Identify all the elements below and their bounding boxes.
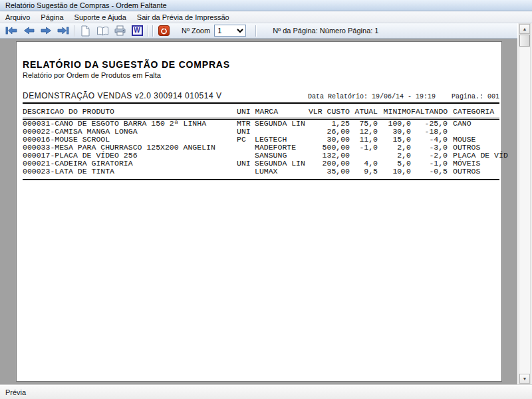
toolbar-separator (74, 25, 74, 37)
cell-uni: UNI (237, 160, 255, 168)
company-name: DEMONSTRAÇÃO VENDAS v2.0 300914 010514 V (23, 91, 221, 100)
first-page-button[interactable] (3, 24, 20, 37)
scrollbar-track[interactable]: ▲ ▼ (519, 23, 531, 384)
col-faltando: FALTANDO (411, 107, 448, 119)
next-page-icon (41, 27, 52, 35)
menu-sair-da-previa[interactable]: Sair da Prévia de Impressão (132, 12, 235, 23)
single-page-view-button[interactable] (76, 24, 94, 37)
toolbar-separator (255, 25, 256, 37)
toolbar-separator (148, 25, 148, 37)
window-title: Relatório Sugestão de Compras - Ordem Fa… (5, 1, 167, 9)
vertical-scrollbar[interactable]: ▲ ▼ (517, 23, 532, 384)
cell-faltando: -25,0 (411, 119, 448, 128)
report-subtitle: Relatório por Ordem de Produtos em Falta (23, 71, 501, 80)
cell-uni: PC (237, 136, 255, 144)
report-header-row: DEMONSTRAÇÃO VENDAS v2.0 300914 010514 V… (23, 91, 499, 102)
cell-atual: 9,5 (350, 168, 378, 180)
word-icon: W (132, 25, 143, 36)
page-number-label: Nº da Página: Número Página: 1 (273, 27, 378, 35)
power-icon (158, 25, 170, 36)
last-page-button[interactable] (55, 24, 72, 37)
menu-suporte-e-ajuda[interactable]: Suporte e Ajuda (69, 12, 132, 23)
next-page-button[interactable] (37, 24, 55, 37)
two-page-view-button[interactable] (94, 24, 111, 37)
cell-atual: 75,0 (350, 119, 378, 128)
menu-arquivo[interactable]: Arquivo (0, 12, 35, 23)
col-descricao: DESCRICAO DO PRODUTO (23, 107, 237, 119)
status-text: Prévia (5, 388, 26, 396)
close-preview-button[interactable] (155, 24, 172, 37)
window-titlebar[interactable]: Relatório Sugestão de Compras - Ordem Fa… (0, 0, 532, 11)
cell-minimo: 100,0 (378, 119, 411, 128)
table-header-row: DESCRICAO DO PRODUTO UNI MARCA VLR CUSTO… (23, 107, 499, 119)
statusbar: Prévia (0, 384, 532, 399)
table-body: 000031-CANO DE ESGOTO BARRA 150 2ª LINHA… (23, 119, 499, 180)
previous-page-button[interactable] (20, 24, 37, 37)
cell-uni (237, 144, 255, 152)
table-row: 000023-LATA DE TINTA LUMAX 35,00 9,5 10,… (23, 168, 499, 180)
col-vlr-custo: VLR CUSTO (307, 107, 350, 119)
col-atual: ATUAL (350, 107, 378, 119)
cell-descricao: 000031-CANO DE ESGOTO BARRA 150 2ª LINHA (23, 119, 237, 128)
printer-icon (114, 25, 126, 36)
cell-minimo: 10,0 (378, 168, 411, 180)
cell-marca: LUMAX (255, 168, 307, 180)
zoom-label: Nº Zoom (182, 27, 210, 35)
cell-marca: SEGUNDA LIN (255, 119, 307, 128)
report-page: RELATÓRIO DA SUGESTÃO DE COMPRAS Relatór… (16, 41, 502, 382)
cell-faltando: -0,5 (411, 168, 448, 180)
report-title: RELATÓRIO DA SUGESTÃO DE COMPRAS (23, 59, 501, 70)
col-minimo: MINIMO (378, 107, 411, 119)
print-button[interactable] (111, 24, 128, 37)
previous-page-icon (23, 27, 35, 35)
report-table: DESCRICAO DO PRODUTO UNI MARCA VLR CUSTO… (23, 107, 499, 180)
report-page-number: Pagina.: 001 (452, 92, 499, 102)
table-row: 000031-CANO DE ESGOTO BARRA 150 2ª LINHA… (23, 119, 499, 128)
scroll-down-button[interactable]: ▼ (519, 374, 530, 384)
header-rule (23, 102, 499, 104)
cell-vlr-custo: 35,00 (307, 168, 350, 180)
cell-vlr-custo: 1,25 (307, 119, 350, 128)
scroll-up-icon: ▲ (523, 27, 527, 31)
zoom-select[interactable]: 1 (214, 25, 246, 37)
single-page-icon (80, 25, 90, 37)
scroll-down-icon: ▼ (523, 376, 527, 381)
cell-uni (237, 168, 255, 180)
toolbar: W Nº Zoom 1 Nº da Página: Número Página:… (0, 23, 517, 39)
col-uni-marca: UNI MARCA (237, 107, 307, 119)
export-word-button[interactable]: W (128, 24, 146, 37)
cell-categoria: CANO (448, 119, 499, 128)
toolbar-separator (152, 25, 153, 37)
app-window: Relatório Sugestão de Compras - Ordem Fa… (0, 0, 532, 399)
scroll-up-button[interactable]: ▲ (519, 24, 530, 34)
cell-descricao: 000023-LATA DE TINTA (23, 168, 237, 180)
col-categoria: CATEGORIA (448, 107, 499, 119)
preview-workspace: RELATÓRIO DA SUGESTÃO DE COMPRAS Relatór… (0, 39, 517, 384)
scrollbar-thumb[interactable] (519, 35, 530, 47)
menubar: Arquivo Página Suporte e Ajuda Sair da P… (0, 11, 532, 23)
report-date: Data Relatório: 19/06/14 - 19:19 (308, 92, 436, 102)
two-page-book-icon (96, 26, 109, 36)
preview-main: W Nº Zoom 1 Nº da Página: Número Página:… (0, 23, 532, 384)
cell-atual: -1,0 (350, 144, 378, 152)
cell-categoria: OUTROS (448, 168, 499, 180)
cell-uni: MTR (237, 119, 255, 128)
menu-pagina[interactable]: Página (35, 12, 68, 23)
last-page-icon (57, 27, 69, 35)
first-page-icon (5, 27, 17, 35)
